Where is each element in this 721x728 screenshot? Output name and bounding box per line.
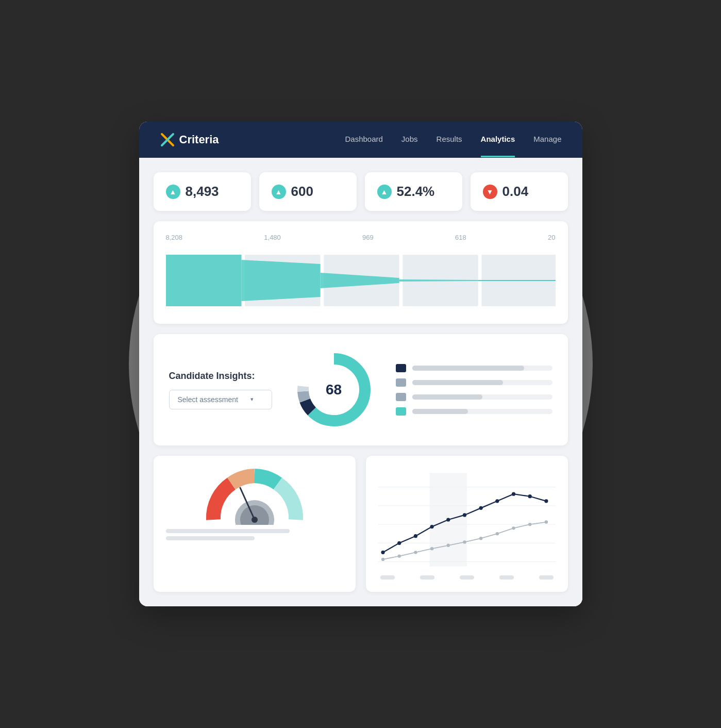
- svg-point-35: [495, 499, 499, 503]
- insights-left-panel: Candidate Insights: Select assessment ▾: [169, 371, 272, 409]
- logo-icon: [160, 132, 175, 147]
- svg-point-49: [544, 520, 547, 523]
- svg-point-42: [430, 547, 433, 550]
- svg-point-33: [462, 513, 466, 517]
- outer-background: Criteria Dashboard Jobs Results Analytic…: [77, 29, 644, 699]
- stat-card-1: ▲ 600: [259, 172, 357, 211]
- stat-card-0: ▲ 8,493: [154, 172, 251, 211]
- stat-value-2: 52.4%: [397, 184, 435, 200]
- x-label-2: [420, 575, 434, 580]
- donut-chart: 68: [293, 349, 375, 431]
- nav-manage[interactable]: Manage: [533, 122, 561, 157]
- svg-point-34: [479, 506, 482, 510]
- stat-value-1: 600: [291, 184, 313, 200]
- funnel-chart: [166, 250, 556, 311]
- select-assessment-dropdown[interactable]: Select assessment ▾: [169, 390, 272, 409]
- chart-legend: [396, 364, 552, 416]
- legend-bar-bg-1: [412, 380, 552, 385]
- trend-up-icon-1: ▲: [272, 185, 286, 199]
- nav-analytics[interactable]: Analytics: [481, 122, 515, 157]
- gauge-chart: [203, 468, 306, 525]
- legend-bar-bg-3: [412, 409, 552, 414]
- legend-color-2: [396, 393, 406, 401]
- svg-point-39: [381, 558, 384, 561]
- svg-point-30: [413, 534, 417, 538]
- chevron-down-icon: ▾: [250, 396, 254, 403]
- nav-links: Dashboard Jobs Results Analytics Manage: [345, 122, 561, 157]
- legend-color-3: [396, 407, 406, 416]
- svg-point-41: [414, 551, 417, 554]
- stat-card-2: ▲ 52.4%: [365, 172, 462, 211]
- svg-point-40: [397, 554, 400, 557]
- trend-up-icon-0: ▲: [166, 185, 180, 199]
- select-assessment-label: Select assessment: [178, 395, 239, 404]
- gauge-label-bar-2: [166, 536, 255, 540]
- x-label-3: [460, 575, 474, 580]
- trend-down-icon-3: ▼: [483, 185, 497, 199]
- svg-point-48: [528, 523, 531, 526]
- legend-color-1: [396, 378, 406, 387]
- svg-point-47: [512, 526, 515, 530]
- legend-item-3: [396, 407, 552, 416]
- x-label-5: [539, 575, 554, 580]
- insights-title: Candidate Insights:: [169, 371, 272, 382]
- legend-bar-fill-3: [412, 409, 468, 414]
- stat-value-3: 0.04: [502, 184, 529, 200]
- svg-point-29: [397, 541, 401, 545]
- nav-results[interactable]: Results: [437, 122, 462, 157]
- x-label-1: [380, 575, 395, 580]
- gauge-card: [154, 456, 356, 592]
- nav-dashboard[interactable]: Dashboard: [345, 122, 382, 157]
- stat-cards-row: ▲ 8,493 ▲ 600 ▲ 52.4% ▼ 0.04: [154, 172, 568, 211]
- legend-item-0: [396, 364, 552, 372]
- gauge-labels: [166, 529, 343, 540]
- line-chart: [378, 468, 556, 571]
- stat-card-3: ▼ 0.04: [471, 172, 568, 211]
- svg-point-46: [495, 532, 498, 535]
- svg-point-37: [528, 494, 531, 498]
- line-chart-x-labels: [378, 575, 556, 580]
- stat-value-0: 8,493: [186, 184, 219, 200]
- funnel-label-2: 969: [362, 234, 374, 241]
- svg-point-31: [430, 525, 433, 528]
- app-window: Criteria Dashboard Jobs Results Analytic…: [139, 122, 582, 606]
- trend-up-icon-2: ▲: [377, 185, 392, 199]
- legend-color-0: [396, 364, 406, 372]
- funnel-label-4: 20: [548, 234, 555, 241]
- funnel-label-0: 8,208: [166, 234, 183, 241]
- svg-point-45: [479, 537, 482, 540]
- funnel-label-3: 618: [455, 234, 466, 241]
- navigation-bar: Criteria Dashboard Jobs Results Analytic…: [139, 122, 582, 158]
- legend-bar-bg-2: [412, 394, 552, 400]
- legend-bar-fill-0: [412, 366, 525, 371]
- donut-value: 68: [326, 382, 342, 398]
- legend-item-1: [396, 378, 552, 387]
- main-content: ▲ 8,493 ▲ 600 ▲ 52.4% ▼ 0.04: [139, 158, 582, 606]
- legend-bar-bg-0: [412, 366, 552, 371]
- x-label-4: [499, 575, 514, 580]
- svg-point-32: [446, 518, 450, 521]
- svg-point-43: [446, 544, 449, 547]
- svg-point-36: [511, 492, 515, 496]
- legend-item-2: [396, 393, 552, 401]
- svg-point-44: [463, 540, 466, 543]
- logo: Criteria: [160, 132, 219, 147]
- insights-card: Candidate Insights: Select assessment ▾: [154, 334, 568, 445]
- gauge-label-bar-1: [166, 529, 290, 533]
- legend-bar-fill-1: [412, 380, 504, 385]
- bottom-row: [154, 456, 568, 592]
- line-chart-card: [366, 456, 568, 592]
- svg-point-38: [544, 499, 548, 503]
- legend-bar-fill-2: [412, 394, 482, 400]
- svg-point-21: [251, 517, 258, 523]
- logo-text: Criteria: [179, 133, 219, 146]
- svg-point-28: [381, 551, 384, 554]
- svg-marker-8: [241, 260, 320, 301]
- nav-jobs[interactable]: Jobs: [401, 122, 418, 157]
- funnel-label-1: 1,480: [264, 234, 281, 241]
- svg-marker-7: [166, 255, 241, 306]
- funnel-card: 8,208 1,480 969 618 20: [154, 221, 568, 324]
- funnel-labels: 8,208 1,480 969 618 20: [166, 234, 556, 241]
